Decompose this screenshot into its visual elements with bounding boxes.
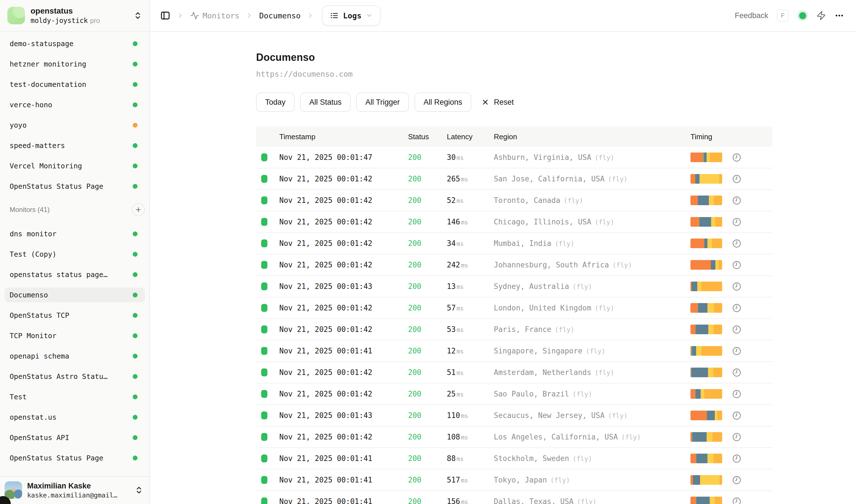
reset-filters-button[interactable]: Reset xyxy=(481,98,514,107)
log-status-code: 200 xyxy=(408,497,447,504)
log-row[interactable]: Nov 21, 2025 00:01:42 200 34ms Mumbai, I… xyxy=(256,233,772,254)
clock-icon[interactable] xyxy=(732,239,741,248)
breadcrumb-monitors[interactable]: Monitors xyxy=(190,11,239,20)
system-status-indicator[interactable] xyxy=(797,10,808,21)
region-filter-button[interactable]: All Regions xyxy=(414,92,471,112)
ellipsis-menu-button[interactable] xyxy=(835,11,844,20)
timing-bar xyxy=(691,238,722,248)
log-row[interactable]: Nov 21, 2025 00:01:43 200 110ms Secaucus… xyxy=(256,405,772,427)
sidebar-item-label: demo-statuspage xyxy=(10,40,74,48)
log-row[interactable]: Nov 21, 2025 00:01:42 200 108ms Los Ange… xyxy=(256,427,772,448)
log-latency: 12ms xyxy=(447,347,494,355)
sidebar-item[interactable]: OpenStatus TCP xyxy=(4,308,145,323)
log-row[interactable]: Nov 21, 2025 00:01:42 200 51ms Amsterdam… xyxy=(256,362,772,383)
clock-icon[interactable] xyxy=(732,411,741,420)
date-filter-button[interactable]: Today xyxy=(256,92,295,112)
log-region: Secaucus, New Jersey, USA(fly) xyxy=(494,411,691,420)
monitors-list: dns monitor Test (Copy) openstatus statu… xyxy=(0,222,149,465)
feedback-button[interactable]: Feedback xyxy=(735,11,768,20)
sidebar-item[interactable]: openstat.us xyxy=(4,410,145,425)
log-region: Los Angeles, California, USA(fly) xyxy=(494,433,691,441)
sidebar-item[interactable]: OpenStatus Status Page xyxy=(4,179,145,194)
status-filter-button[interactable]: All Status xyxy=(300,92,351,112)
log-row[interactable]: Nov 21, 2025 00:01:42 200 53ms Paris, Fr… xyxy=(256,319,772,340)
clock-icon[interactable] xyxy=(732,196,741,205)
sidebar-item[interactable]: dns monitor xyxy=(4,227,145,241)
log-timestamp: Nov 21, 2025 00:01:41 xyxy=(279,476,408,484)
status-dot xyxy=(133,395,138,399)
sidebar-item[interactable]: test-documentation xyxy=(4,77,145,92)
log-timestamp: Nov 21, 2025 00:01:43 xyxy=(279,411,408,420)
user-menu[interactable]: Maximilian Kaske kaske.maximilian@gmail… xyxy=(0,476,149,504)
log-timing xyxy=(691,260,772,270)
clock-icon[interactable] xyxy=(732,497,741,504)
clock-icon[interactable] xyxy=(732,304,741,312)
clock-icon[interactable] xyxy=(732,390,741,398)
sidebar-item[interactable]: OpenStatus Status Page xyxy=(4,451,145,465)
sidebar-item[interactable]: demo-statuspage xyxy=(4,36,145,51)
log-region: Johannesburg, South Africa(fly) xyxy=(494,260,691,269)
log-latency: 110ms xyxy=(447,411,494,420)
view-switcher-button[interactable]: Logs xyxy=(322,5,380,26)
clock-icon[interactable] xyxy=(732,218,741,227)
sidebar-toggle-button[interactable] xyxy=(160,11,171,21)
trigger-filter-button[interactable]: All Trigger xyxy=(356,92,409,112)
status-dot xyxy=(133,143,138,148)
sidebar-item[interactable]: yoyo xyxy=(4,118,145,132)
timing-bar xyxy=(691,432,722,442)
clock-icon[interactable] xyxy=(732,282,741,291)
sidebar-item[interactable]: Vercel Monitoring xyxy=(4,159,145,173)
add-monitor-button[interactable] xyxy=(132,203,145,216)
log-row[interactable]: Nov 21, 2025 00:01:47 200 30ms Ashburn, … xyxy=(256,147,772,168)
workspace-switcher[interactable]: openstatus moldy-joystickpro xyxy=(0,0,149,32)
clock-icon[interactable] xyxy=(732,175,741,183)
log-row[interactable]: Nov 21, 2025 00:01:42 200 52ms Toronto, … xyxy=(256,190,772,211)
log-latency: 108ms xyxy=(447,433,494,441)
timing-bar xyxy=(691,411,722,420)
zap-icon[interactable] xyxy=(816,11,826,20)
log-region: Mumbai, India(fly) xyxy=(494,239,691,248)
log-row[interactable]: Nov 21, 2025 00:01:41 200 88ms Stockholm… xyxy=(256,448,772,469)
sidebar-item[interactable]: OpenStatus Astro Statu… xyxy=(4,369,145,384)
sidebar-item[interactable]: Test (Copy) xyxy=(4,247,145,262)
clock-icon[interactable] xyxy=(732,454,741,463)
sidebar-item[interactable]: openstatus status page… xyxy=(4,267,145,282)
log-timestamp: Nov 21, 2025 00:01:42 xyxy=(279,239,408,248)
sidebar-item[interactable]: Documenso xyxy=(4,288,145,302)
sidebar-item[interactable]: OpenStatus API xyxy=(4,430,145,445)
status-dot xyxy=(133,164,138,168)
workspace-slug: moldy-joystickpro xyxy=(31,17,100,25)
clock-icon[interactable] xyxy=(732,347,741,356)
log-row[interactable]: Nov 21, 2025 00:01:41 200 12ms Singapore… xyxy=(256,340,772,362)
clock-icon[interactable] xyxy=(732,476,741,485)
clock-icon[interactable] xyxy=(732,153,741,162)
clock-icon[interactable] xyxy=(732,260,741,269)
clock-icon[interactable] xyxy=(732,325,741,334)
log-row[interactable]: Nov 21, 2025 00:01:42 200 25ms Sao Paulo… xyxy=(256,383,772,405)
sidebar-item[interactable]: openapi schema xyxy=(4,349,145,363)
sidebar-item-label: dns monitor xyxy=(10,230,57,238)
sidebar-item[interactable]: verce-hono xyxy=(4,97,145,112)
list-icon xyxy=(330,11,338,20)
sidebar-item[interactable]: speed-matters xyxy=(4,138,145,153)
log-row[interactable]: Nov 21, 2025 00:01:41 200 156ms Dallas, … xyxy=(256,491,772,504)
status-dot xyxy=(133,232,138,236)
timing-bar xyxy=(691,152,722,162)
log-row[interactable]: Nov 21, 2025 00:01:42 200 265ms San Jose… xyxy=(256,168,772,190)
clock-icon[interactable] xyxy=(732,368,741,377)
sidebar-scroll-area[interactable]: demo-statuspage hetzner monitoring test-… xyxy=(0,32,149,476)
breadcrumb-monitor-name[interactable]: Documenso xyxy=(259,11,301,20)
log-timestamp: Nov 21, 2025 00:01:43 xyxy=(279,282,408,291)
log-status-code: 200 xyxy=(408,153,447,162)
sidebar-item[interactable]: TCP Monitor xyxy=(4,328,145,343)
log-region-provider: (fly) xyxy=(555,240,574,247)
log-latency: 25ms xyxy=(447,390,494,398)
log-row[interactable]: Nov 21, 2025 00:01:43 200 13ms Sydney, A… xyxy=(256,276,772,298)
log-row[interactable]: Nov 21, 2025 00:01:42 200 146ms Chicago,… xyxy=(256,211,772,233)
clock-icon[interactable] xyxy=(732,433,741,442)
log-row[interactable]: Nov 21, 2025 00:01:42 200 57ms London, U… xyxy=(256,298,772,319)
sidebar-item[interactable]: Test xyxy=(4,390,145,404)
log-row[interactable]: Nov 21, 2025 00:01:42 200 242ms Johannes… xyxy=(256,254,772,276)
sidebar-item[interactable]: hetzner monitoring xyxy=(4,57,145,71)
log-row[interactable]: Nov 21, 2025 00:01:41 200 517ms Tokyo, J… xyxy=(256,469,772,491)
